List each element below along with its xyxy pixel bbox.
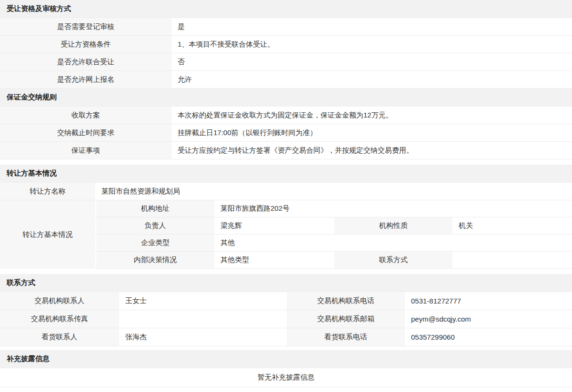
asset-transfer-detail-page: 受让资格及审核方式 是否需要登记审核 是 受让方资格条件 1、本项目不接受联合体… — [0, 0, 572, 387]
field-label: 负责人 — [95, 217, 214, 234]
field-label: 机构性质 — [333, 217, 452, 234]
section-transferee-qualification: 受让资格及审核方式 是否需要登记审核 是 受让方资格条件 1、本项目不接受联合体… — [0, 0, 572, 88]
section-title-deposit-rules: 保证金交纳规则 — [0, 88, 572, 107]
field-value-empty — [452, 252, 572, 268]
section-supplementary-disclosure: 补充披露信息 暂无补充披露信息 — [0, 350, 572, 387]
field-value: 莱阳市旌旗西路202号 — [214, 200, 572, 217]
field-label: 看货联系人 — [0, 328, 119, 346]
field-value: 0531-81272777 — [405, 292, 572, 310]
section-title-transferee-qualification: 受让资格及审核方式 — [0, 0, 572, 18]
field-label: 机构地址 — [95, 200, 214, 217]
section-title-contact: 联系方式 — [0, 274, 572, 292]
field-value: 是 — [171, 18, 572, 35]
table-row: 交易机构联系人 王女士 交易机构联系电话 0531-81272777 — [0, 292, 572, 310]
section-title-transferor-info: 转让方基本情况 — [0, 165, 572, 183]
table-row: 是否需要登记审核 是 — [0, 18, 572, 36]
section-transferor-info: 转让方基本情况 转让方名称 莱阳市自然资源和规划局 转让方基本情况 机构地址 莱… — [0, 165, 572, 269]
supplementary-empty-text: 暂无补充披露信息 — [258, 373, 315, 382]
field-value: 梁兆辉 — [214, 217, 333, 234]
section-contact: 联系方式 交易机构联系人 王女士 交易机构联系电话 0531-81272777 … — [0, 274, 572, 346]
field-label: 交纳截止时间要求 — [0, 124, 171, 141]
field-value: 1、本项目不接受联合体受让。 — [171, 36, 572, 53]
table-row: 内部决策情况 其他类型 联系方式 — [95, 252, 572, 269]
section-title-supplementary: 补充披露信息 — [0, 350, 572, 368]
field-label: 受让方资格条件 — [0, 36, 171, 53]
table-row: 机构地址 莱阳市旌旗西路202号 — [95, 200, 572, 217]
field-label: 交易机构联系人 — [0, 292, 119, 310]
field-label: 企业类型 — [95, 235, 214, 251]
transferor-detail-block: 转让方基本情况 机构地址 莱阳市旌旗西路202号 负责人 梁兆辉 机构性质 机关… — [0, 200, 572, 269]
field-label: 内部决策情况 — [95, 252, 214, 268]
field-value: peym@sdcqjy.com — [405, 310, 572, 328]
field-label: 收取方案 — [0, 107, 171, 124]
field-value: 否 — [171, 53, 572, 70]
field-label: 交易机构联系传真 — [0, 310, 119, 328]
field-label: 交易机构联系邮箱 — [286, 310, 405, 328]
field-value: 其他类型 — [214, 252, 333, 268]
field-value: 允许 — [171, 71, 572, 88]
section-deposit-rules: 保证金交纳规则 收取方案 本次标的处置保证金收取方式为固定保证金，保证金金额为1… — [0, 88, 572, 159]
field-value: 其他 — [214, 235, 572, 251]
table-row: 负责人 梁兆辉 机构性质 机关 — [95, 217, 572, 235]
table-row: 是否允许网上报名 允许 — [0, 71, 572, 88]
table-row: 保证事项 受让方应按约定与转让方签署《资产交易合同》，并按规定交纳交易费用。 — [0, 142, 572, 159]
table-row: 企业类型 其他 — [95, 235, 572, 252]
field-label: 是否允许联合受让 — [0, 53, 171, 70]
transferor-detail-rows: 机构地址 莱阳市旌旗西路202号 负责人 梁兆辉 机构性质 机关 企业类型 其他… — [95, 200, 572, 269]
field-label: 保证事项 — [0, 142, 171, 159]
field-label: 是否允许网上报名 — [0, 71, 171, 88]
field-value-empty — [119, 310, 286, 328]
table-row: 受让方资格条件 1、本项目不接受联合体受让。 — [0, 36, 572, 53]
field-value: 受让方应按约定与转让方签署《资产交易合同》，并按规定交纳交易费用。 — [171, 142, 572, 159]
field-value: 张海杰 — [119, 328, 286, 346]
field-label: 联系方式 — [333, 252, 452, 268]
field-label: 看货联系电话 — [286, 328, 405, 346]
field-label: 交易机构联系电话 — [286, 292, 405, 310]
field-value: 王女士 — [119, 292, 286, 310]
table-row: 看货联系人 张海杰 看货联系电话 05357299060 — [0, 328, 572, 346]
table-row: 收取方案 本次标的处置保证金收取方式为固定保证金，保证金金额为12万元。 — [0, 107, 572, 124]
table-row-transferor-name: 转让方名称 莱阳市自然资源和规划局 — [0, 183, 572, 200]
field-value: 机关 — [452, 217, 572, 234]
field-value: 挂牌截止日17:00前（以银行到账时间为准） — [171, 124, 572, 141]
field-label: 转让方名称 — [0, 183, 95, 200]
supplementary-empty-row: 暂无补充披露信息 — [0, 368, 572, 387]
field-value: 莱阳市自然资源和规划局 — [95, 183, 572, 200]
field-value: 本次标的处置保证金收取方式为固定保证金，保证金金额为12万元。 — [171, 107, 572, 124]
table-row: 交纳截止时间要求 挂牌截止日17:00前（以银行到账时间为准） — [0, 124, 572, 142]
rowspan-label: 转让方基本情况 — [0, 200, 95, 269]
field-label: 是否需要登记审核 — [0, 18, 171, 35]
table-row: 是否允许联合受让 否 — [0, 53, 572, 71]
field-value: 05357299060 — [405, 328, 572, 346]
table-row: 交易机构联系传真 交易机构联系邮箱 peym@sdcqjy.com — [0, 310, 572, 328]
